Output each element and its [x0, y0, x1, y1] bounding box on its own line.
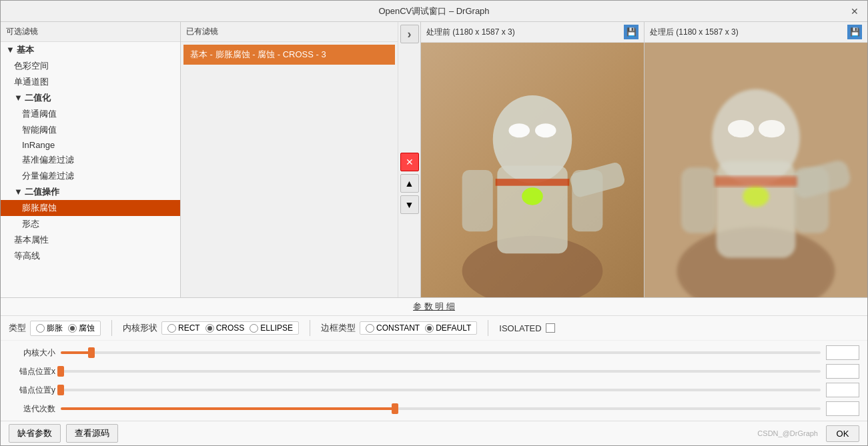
kernel-ellipse-label: ELLIPSE — [260, 323, 293, 333]
filter-list-area: 已有滤镜 基本 - 膨胀腐蚀 - 腐蚀 - CROSS - 3 — [181, 22, 398, 297]
border-default-radio[interactable] — [425, 324, 434, 333]
type-erode-option[interactable]: 腐蚀 — [68, 323, 95, 334]
slider-value-box-kernel_size: ▲▼ — [826, 345, 859, 360]
close-button[interactable]: ✕ — [847, 4, 862, 19]
type-label: 类型 — [9, 322, 26, 334]
filter-list: 基本 - 膨胀腐蚀 - 腐蚀 - CROSS - 3 — [181, 42, 398, 297]
tree-item-color_space[interactable]: 色彩空间 — [1, 58, 180, 74]
reset-params-button[interactable]: 缺省参数 — [9, 424, 61, 443]
svg-point-16 — [728, 120, 755, 137]
border-radio-group: CONSTANT DEFAULT — [360, 321, 477, 335]
before-image-panel: 处理前 (1180 x 1587 x 3) 💾 — [421, 22, 644, 297]
slider-input-anchor_y[interactable] — [827, 385, 868, 395]
slider-track-anchor_y[interactable] — [61, 389, 821, 391]
tree-item-binary_ops[interactable]: ▼ 二值操作 — [1, 184, 180, 200]
slider-row-iterations: 迭代次数▲▼ — [9, 399, 859, 418]
filter-item-filter1[interactable]: 基本 - 膨胀腐蚀 - 腐蚀 - CROSS - 3 — [183, 45, 395, 65]
svg-rect-11 — [496, 179, 570, 186]
sep1 — [111, 320, 112, 336]
move-down-button[interactable]: ▼ — [400, 195, 419, 214]
tree-item-inrange[interactable]: InRange — [1, 138, 180, 152]
border-group: 边框类型 CONSTANT DEFAULT — [321, 321, 477, 335]
slider-label-kernel_size: 内核大小 — [9, 347, 55, 359]
svg-point-5 — [508, 123, 530, 137]
delete-filter-button[interactable]: ✕ — [400, 153, 419, 171]
isolated-checkbox[interactable] — [546, 323, 555, 333]
svg-point-15 — [712, 89, 800, 186]
tree-item-basic[interactable]: ▼ 基本 — [1, 42, 180, 58]
left-panel: 可选滤镜 ▼ 基本色彩空间单通道图▼ 二值化普通阈值智能阈值InRange基准偏… — [1, 22, 181, 297]
svg-rect-22 — [715, 176, 797, 187]
slider-thumb-kernel_size[interactable] — [88, 347, 95, 358]
title-bar: OpenCV调试窗口 – DrGraph ✕ — [1, 1, 867, 22]
params-title: 参 数 明 细 — [1, 298, 867, 316]
kernel-ellipse-radio[interactable] — [250, 324, 258, 333]
slider-track-iterations[interactable] — [61, 407, 821, 410]
tree-item-dilate_erode[interactable]: 膨胀腐蚀 — [1, 200, 180, 216]
kernel-radio-group: RECT CROSS ELLIPSE — [161, 321, 299, 335]
slider-input-iterations[interactable] — [827, 404, 868, 413]
svg-point-6 — [535, 123, 556, 137]
tree-item-fraction_filter[interactable]: 分量偏差过滤 — [1, 168, 180, 184]
slider-thumb-iterations[interactable] — [392, 403, 398, 414]
kernel-cross-radio[interactable] — [205, 324, 214, 333]
slider-label-anchor_y: 锚点位置y — [9, 385, 55, 396]
type-erode-radio[interactable] — [68, 324, 77, 333]
tree-item-baseline_filter[interactable]: 基准偏差过滤 — [1, 152, 180, 168]
type-group: 类型 膨胀 腐蚀 — [9, 321, 101, 336]
kernel-rect-label: RECT — [178, 323, 200, 333]
add-filter-button[interactable]: › — [400, 25, 419, 43]
ok-button[interactable]: OK — [826, 425, 859, 442]
kernel-cross-option[interactable]: CROSS — [205, 323, 245, 333]
slider-track-kernel_size[interactable] — [61, 351, 821, 354]
border-default-option[interactable]: DEFAULT — [425, 323, 471, 333]
kernel-cross-label: CROSS — [216, 323, 245, 333]
type-dilate-option[interactable]: 膨胀 — [36, 323, 63, 334]
tree-item-morphology[interactable]: 形态 — [1, 216, 180, 232]
slider-label-anchor_x: 锚点位置x — [9, 366, 55, 377]
border-constant-option[interactable]: CONSTANT — [366, 323, 420, 333]
middle-buttons: › ✕ ▲ ▼ — [398, 22, 420, 297]
tree-item-basic_attrs[interactable]: 基本属性 — [1, 232, 180, 248]
type-erode-label: 腐蚀 — [79, 323, 95, 334]
tree-item-threshold_normal[interactable]: 普通阈值 — [1, 106, 180, 122]
after-image-header: 处理后 (1180 x 1587 x 3) 💾 — [644, 22, 867, 43]
isolated-label: ISOLATED — [499, 323, 541, 333]
sep3 — [488, 320, 488, 336]
slider-input-anchor_x[interactable] — [827, 367, 868, 376]
tree-item-threshold_smart[interactable]: 智能阈值 — [1, 122, 180, 138]
isolated-group: ISOLATED — [499, 323, 554, 333]
middle-panel: 已有滤镜 基本 - 膨胀腐蚀 - 腐蚀 - CROSS - 3 › ✕ ▲ ▼ — [181, 22, 421, 297]
before-image-svg — [421, 43, 644, 297]
slider-value-box-iterations: ▲▼ — [826, 401, 859, 416]
slider-input-kernel_size[interactable] — [827, 348, 868, 357]
before-save-button[interactable]: 💾 — [624, 25, 638, 39]
window-title: OpenCV调试窗口 – DrGraph — [21, 5, 847, 17]
watermark: CSDN_@DrGraph — [757, 429, 818, 437]
slider-value-box-anchor_x: ▲▼ — [826, 364, 859, 379]
tree-item-binarize[interactable]: ▼ 二值化 — [1, 90, 180, 106]
slider-track-anchor_x[interactable] — [61, 370, 821, 373]
move-up-button[interactable]: ▲ — [400, 174, 419, 193]
middle-panel-header: 已有滤镜 — [181, 22, 398, 42]
kernel-group: 内核形状 RECT CROSS ELLIPSE — [123, 321, 299, 335]
svg-rect-19 — [681, 167, 717, 233]
slider-thumb-anchor_y[interactable] — [57, 385, 64, 395]
kernel-rect-option[interactable]: RECT — [167, 323, 200, 333]
border-constant-radio[interactable] — [366, 324, 374, 333]
slider-rows: 内核大小▲▼锚点位置x▲▼锚点位置y▲▼迭代次数▲▼ — [1, 341, 867, 421]
tree-item-contour[interactable]: 等高线 — [1, 248, 180, 264]
slider-label-iterations: 迭代次数 — [9, 403, 55, 415]
slider-thumb-anchor_x[interactable] — [57, 366, 64, 377]
view-source-button[interactable]: 查看源码 — [66, 424, 118, 443]
kernel-ellipse-option[interactable]: ELLIPSE — [250, 323, 293, 333]
type-dilate-radio[interactable] — [36, 324, 45, 333]
kernel-rect-radio[interactable] — [167, 324, 176, 333]
left-panel-header: 可选滤镜 — [1, 22, 180, 42]
before-image-body — [421, 43, 644, 297]
main-content: 可选滤镜 ▼ 基本色彩空间单通道图▼ 二值化普通阈值智能阈值InRange基准偏… — [1, 22, 867, 297]
tree-item-single_channel[interactable]: 单通道图 — [1, 74, 180, 90]
svg-point-18 — [743, 186, 769, 207]
right-panels: 处理前 (1180 x 1587 x 3) 💾 — [421, 22, 867, 297]
after-save-button[interactable]: 💾 — [847, 25, 862, 39]
